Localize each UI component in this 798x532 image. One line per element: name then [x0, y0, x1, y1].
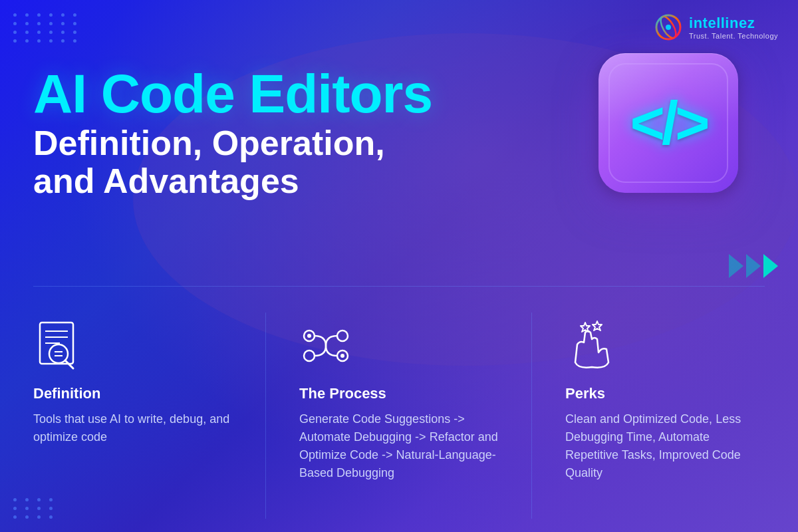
svg-point-15: [307, 334, 311, 338]
logo-name: intellinez: [689, 15, 778, 32]
hero-subtitle: Definition, Operation, and Advantages: [33, 124, 432, 200]
logo: intellinez Trust. Talent. Technology: [654, 13, 778, 41]
perks-title: Perks: [565, 385, 765, 402]
definition-column: Definition Tools that use AI to write, d…: [0, 299, 266, 532]
background: intellinez Trust. Talent. Technology AI …: [0, 0, 798, 532]
svg-point-2: [666, 25, 671, 30]
perks-icon: [565, 319, 618, 372]
logo-text: intellinez Trust. Talent. Technology: [689, 15, 778, 40]
code-icon-box: </>: [598, 53, 738, 193]
hero-subtitle-line1: Definition, Operation,: [33, 124, 432, 162]
logo-tagline: Trust. Talent. Technology: [689, 32, 778, 40]
process-column: The Process Generate Code Suggestions ->…: [266, 299, 532, 532]
svg-marker-17: [581, 323, 590, 332]
bottom-section: Definition Tools that use AI to write, d…: [0, 299, 798, 532]
arrow-shape-3: [763, 254, 778, 278]
process-title: The Process: [299, 385, 499, 402]
code-icon-3d: </>: [598, 53, 745, 200]
arrow-shape-1: [729, 254, 743, 278]
section-divider: [33, 286, 765, 287]
dot-pattern-topleft: [13, 13, 80, 43]
definition-icon: [33, 319, 86, 372]
perks-text: Clean and Optimized Code, Less Debugging…: [565, 410, 765, 482]
process-icon: [299, 319, 352, 372]
logo-name-i: i: [689, 15, 694, 31]
hero-section: AI Code Editors Definition, Operation, a…: [33, 66, 432, 200]
svg-marker-18: [593, 321, 602, 331]
code-brackets-icon: </>: [630, 89, 706, 158]
logo-icon: [654, 13, 682, 41]
process-text: Generate Code Suggestions -> Automate De…: [299, 410, 499, 482]
svg-point-16: [340, 354, 344, 358]
hero-title: AI Code Editors: [33, 66, 432, 121]
perks-column: Perks Clean and Optimized Code, Less Deb…: [532, 299, 798, 532]
hero-subtitle-line2: and Advantages: [33, 162, 432, 200]
definition-title: Definition: [33, 385, 233, 402]
double-arrow-decoration: [729, 254, 778, 278]
svg-point-13: [304, 350, 315, 361]
definition-text: Tools that use AI to write, debug, and o…: [33, 410, 233, 446]
svg-point-12: [337, 331, 348, 341]
arrow-shape-2: [746, 254, 761, 278]
